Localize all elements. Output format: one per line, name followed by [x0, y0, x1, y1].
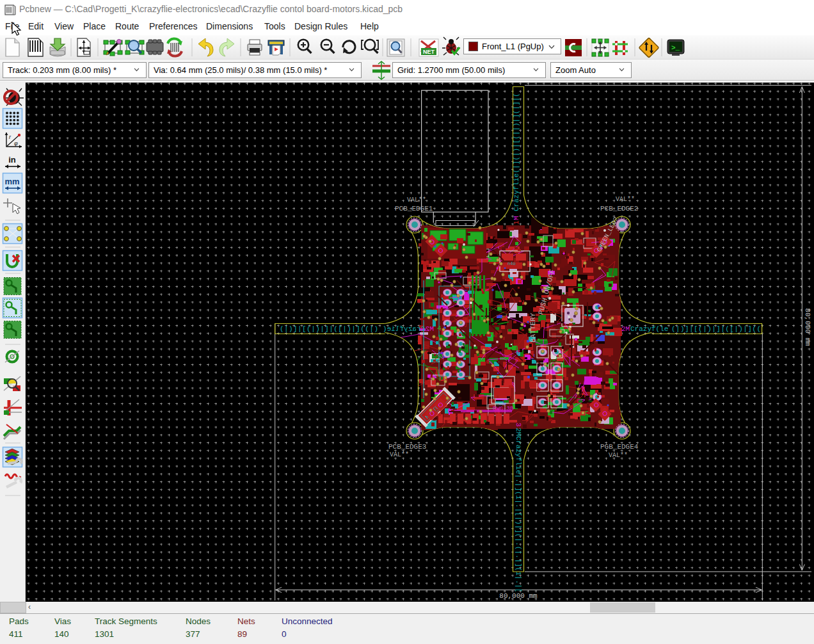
svg-text:VAL**: VAL**	[407, 197, 426, 204]
svg-text:VAL**: VAL**	[609, 452, 628, 459]
svg-text:PCB_EDGE3: PCB_EDGE3	[388, 443, 426, 451]
svg-text:(|)]|[(|)|]|([|)|]((: (|)]|[(|)|]|([|)|]((	[671, 325, 761, 333]
svg-text:M2: M2	[426, 325, 434, 333]
svg-text:2M: 2M	[621, 325, 630, 333]
svg-text:80,000 mm: 80,000 mm	[804, 308, 811, 346]
svg-text:1: 1	[513, 220, 520, 225]
svg-text:mm: mm	[4, 177, 19, 186]
svg-text:PGB_EDGE4: PGB_EDGE4	[600, 443, 639, 451]
svg-text:Crazyflie(|](|)|[(||)|](|]|(: Crazyflie(|](|)|[(||)|](|]|(	[513, 93, 520, 211]
svg-text:r: r	[9, 134, 12, 140]
svg-text:>_: >_	[671, 44, 680, 52]
svg-text:(|)]|[(|)|]|([|)|]((|): (|)]|[(|)|]|([|)|]((|)	[280, 325, 378, 333]
svg-text:M: M	[513, 216, 520, 220]
svg-text:n4o: n4o	[507, 261, 516, 266]
svg-text:PCB_EDGE2: PCB_EDGE2	[600, 205, 638, 213]
svg-text:BATTERY: BATTERY	[529, 312, 537, 342]
svg-text:NET: NET	[423, 49, 435, 55]
svg-text:2MCrazyflie|.|](1|.|[|)|](|.(|: 2MCrazyflie|.|](1|.|[|)|](|.(|.|](1|.|[	[515, 428, 522, 592]
svg-text:4: 4	[437, 325, 442, 332]
svg-text:3: 3	[515, 423, 522, 427]
svg-text:VAL**: VAL**	[616, 196, 635, 203]
svg-text:VAL**: VAL**	[390, 451, 409, 458]
svg-text:80,000 mm: 80,000 mm	[499, 592, 538, 600]
svg-text:Crazyflie(: Crazyflie(	[383, 325, 425, 333]
svg-text:in: in	[8, 155, 16, 165]
svg-text:PCB_EDGE1: PCB_EDGE1	[395, 205, 433, 213]
svg-text:Crazyf(le: Crazyf(le	[630, 325, 668, 333]
svg-text:φ: φ	[14, 140, 18, 147]
